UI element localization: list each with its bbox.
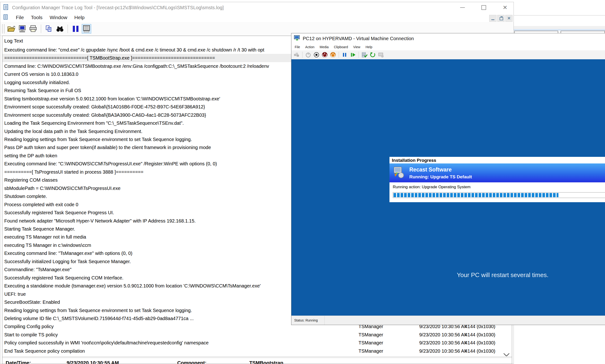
cmtrace-app-icon xyxy=(3,4,9,11)
progress-bar xyxy=(393,192,605,198)
vm-monitor-icon xyxy=(294,35,300,42)
log-row-component: TSManager xyxy=(358,331,415,339)
background-window-edge xyxy=(500,15,605,16)
vm-menu-clipboard[interactable]: Clipboard xyxy=(334,45,348,49)
background-window-band xyxy=(500,26,605,29)
dialog-running-line: Running: Upgrade TS Default xyxy=(409,174,472,180)
cmtrace-menu-file[interactable]: File xyxy=(16,15,24,20)
shut-down-icon[interactable] xyxy=(330,52,336,58)
toolbar-grip xyxy=(2,24,3,33)
child-close-button[interactable]: ✕ xyxy=(505,15,513,22)
vm-guest-screen[interactable]: Installation Progress Recast Software Ru… xyxy=(291,59,605,316)
log-row-datetime: 9/23/2020 10:30:56 AM xyxy=(419,331,466,339)
cmtrace-menubar: FileToolsWindowHelp xyxy=(16,15,85,20)
maximize-button[interactable] xyxy=(481,5,487,10)
child-restore-button[interactable] xyxy=(497,15,505,22)
cmtrace-doc-icon xyxy=(3,14,9,21)
log-row[interactable]: Policy complied successfully in WMI 'roo… xyxy=(2,339,512,347)
vm-statusbar: Status: Running xyxy=(291,316,605,325)
revert-icon[interactable] xyxy=(369,52,376,58)
copy-icon[interactable] xyxy=(44,24,54,34)
detail-datetime-label: Date/Time: xyxy=(6,360,31,364)
detail-component-value: TSMBootstrap xyxy=(249,360,283,364)
vm-menu-action[interactable]: Action xyxy=(305,45,315,49)
log-row-text: End Task Sequence policy compilation xyxy=(4,347,355,355)
progress-bar-fill xyxy=(394,193,558,197)
vm-status-text: Status: Running xyxy=(291,318,318,322)
vm-menu-media[interactable]: Media xyxy=(319,45,329,49)
vm-menu-file[interactable]: File xyxy=(295,45,300,49)
stop-icon[interactable] xyxy=(313,52,320,58)
checkpoint-icon[interactable] xyxy=(361,52,368,58)
detail-component-label: Component: xyxy=(177,360,207,364)
print-icon[interactable] xyxy=(28,24,38,34)
toolbar-grip xyxy=(4,24,5,33)
log-row-thread: 4144 (0x1030) xyxy=(465,339,510,347)
vm-menu-help[interactable]: Help xyxy=(366,45,372,49)
log-row[interactable]: Start to compile TS policyTSManager9/23/… xyxy=(2,331,512,339)
vm-menubar: FileActionMediaClipboardViewHelp xyxy=(295,45,372,49)
start-icon[interactable] xyxy=(305,52,312,58)
background-window-highlight-band xyxy=(500,29,605,31)
log-row-component: TSManager xyxy=(358,339,415,347)
log-row-datetime: 9/23/2020 10:30:56 AM xyxy=(419,347,466,355)
log-row-datetime: 9/23/2020 10:30:56 AM xyxy=(419,339,466,347)
find-icon[interactable] xyxy=(55,24,65,34)
vm-window-title: PC12 on HYPERVAMD - Virtual Machine Conn… xyxy=(303,36,414,41)
toolbar-separator xyxy=(67,25,68,33)
log-row-text: Policy complied successfully in WMI 'roo… xyxy=(4,339,355,347)
installer-icon xyxy=(393,166,405,180)
restart-message: Your PC will restart several times. xyxy=(457,271,549,279)
cmtrace-window-title: Configuration Manager Trace Log Tool - [… xyxy=(12,5,224,10)
open-icon[interactable] xyxy=(7,24,16,34)
statusbar-separator xyxy=(325,316,325,325)
cmtrace-menu-help[interactable]: Help xyxy=(74,15,85,20)
dialog-organization: Recast Software xyxy=(409,167,472,173)
remote-computer-icon[interactable] xyxy=(17,24,27,34)
detail-pane: Date/Time: 9/23/2020 10:30:55 AM Compone… xyxy=(2,356,512,364)
installation-progress-dialog: Installation Progress Recast Software Ru… xyxy=(389,157,605,202)
vm-menu-view[interactable]: View xyxy=(353,45,360,49)
child-minimize-button[interactable] xyxy=(489,15,497,22)
pause-monitoring-icon[interactable] xyxy=(71,24,80,34)
log-row-thread: 4144 (0x1030) xyxy=(465,331,510,339)
log-row-text: Start to compile TS policy xyxy=(4,331,355,339)
vm-titlebar[interactable]: PC12 on HYPERVAMD - Virtual Machine Conn… xyxy=(291,33,605,44)
dialog-body: Running action: Upgrade Operating System xyxy=(389,182,605,202)
vm-toolbar xyxy=(291,50,605,60)
ctrl-alt-del-icon[interactable] xyxy=(293,52,300,58)
cmtrace-menu-tools[interactable]: Tools xyxy=(31,15,42,20)
vm-connection-window: PC12 on HYPERVAMD - Virtual Machine Conn… xyxy=(291,33,605,325)
running-action-text: Running action: Upgrade Operating System xyxy=(393,185,471,189)
close-button[interactable]: ✕ xyxy=(502,5,508,10)
cmtrace-menu-window[interactable]: Window xyxy=(50,15,67,20)
log-row-component: TSManager xyxy=(358,347,415,355)
turn-off-icon[interactable] xyxy=(321,52,328,58)
enhanced-session-icon[interactable] xyxy=(378,52,384,58)
minimize-button[interactable] xyxy=(460,5,465,10)
log-row-thread: 4144 (0x1030) xyxy=(465,347,510,355)
log-row[interactable]: End Task Sequence policy compilationTSMa… xyxy=(2,347,512,355)
resume-icon[interactable] xyxy=(350,52,356,58)
pause-icon[interactable] xyxy=(341,52,348,58)
cmtrace-titlebar[interactable]: Configuration Manager Trace Log Tool - [… xyxy=(0,2,513,13)
toolbar-separator xyxy=(41,25,41,33)
toolbar-separator xyxy=(358,52,359,58)
toolbar-separator xyxy=(339,52,339,58)
detail-datetime-value: 9/23/2020 10:30:55 AM xyxy=(67,360,119,364)
highlight-log-icon[interactable] xyxy=(82,24,91,34)
dialog-title: Installation Progress xyxy=(389,157,605,163)
dialog-banner: Recast Software Running: Upgrade TS Defa… xyxy=(389,163,605,182)
toolbar-separator xyxy=(302,52,302,58)
